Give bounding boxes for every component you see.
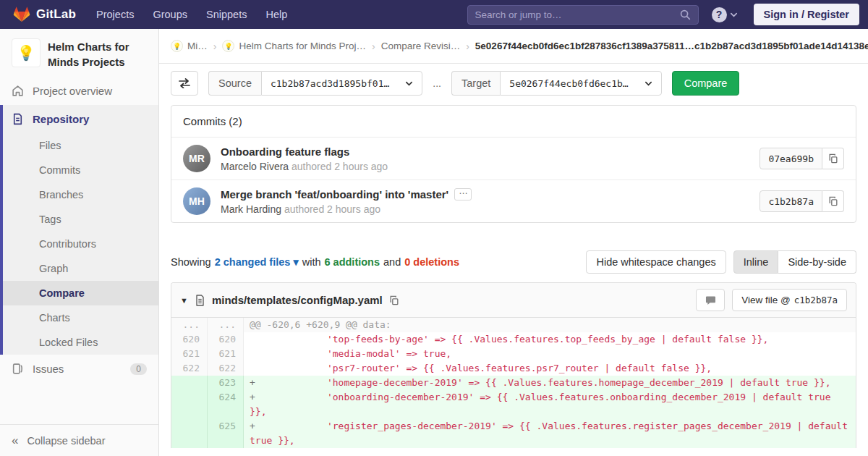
- nav-help[interactable]: Help: [265, 9, 287, 20]
- commits-panel-title: Commits (2): [171, 106, 856, 137]
- old-line-number[interactable]: [171, 419, 208, 448]
- sidebar-item-graph[interactable]: Graph: [3, 256, 158, 281]
- collapse-chevrons-icon: «: [12, 434, 18, 447]
- commit-author[interactable]: Marcelo Rivera: [221, 161, 289, 172]
- new-line-number[interactable]: 625: [208, 419, 244, 448]
- new-line-number[interactable]: 620: [208, 332, 244, 347]
- collapse-file-caret-icon[interactable]: ▼: [180, 296, 188, 305]
- view-file-button[interactable]: View file @ c1b2b87a: [732, 289, 847, 311]
- old-line-number[interactable]: [171, 390, 208, 419]
- new-line-number[interactable]: 624: [208, 390, 244, 419]
- file-path[interactable]: minds/templates/configMap.yaml: [212, 294, 383, 306]
- author-avatar[interactable]: MR: [183, 145, 210, 172]
- gitlab-logo[interactable]: GitLab: [13, 6, 76, 23]
- signin-register-button[interactable]: Sign in / Register: [754, 4, 859, 25]
- swap-arrows-icon: [179, 78, 190, 88]
- diff-view-toggle: Inline Side-by-side: [733, 250, 856, 274]
- hide-whitespace-button[interactable]: Hide whitespace changes: [586, 250, 726, 274]
- help-menu[interactable]: ?: [712, 7, 738, 22]
- file-diff-header: ▼ minds/templates/configMap.yaml: [171, 283, 856, 318]
- copy-sha-button[interactable]: [822, 148, 844, 169]
- sidebar-item-files[interactable]: Files: [3, 133, 158, 158]
- commit-sha[interactable]: c1b2b87a: [760, 190, 822, 212]
- nav-groups[interactable]: Groups: [153, 9, 187, 20]
- commit-title[interactable]: Merge branch 'feat/onboarding' into 'mas…: [221, 188, 448, 200]
- sidebar-item-charts[interactable]: Charts: [3, 305, 158, 330]
- new-line-number[interactable]: 621: [208, 347, 244, 361]
- sidebar-item-tags[interactable]: Tags: [3, 207, 158, 232]
- commit-authored-ago: authored 2 hours ago: [292, 161, 388, 172]
- collapse-sidebar-button[interactable]: « Collapse sidebar: [0, 424, 158, 456]
- gitlab-tanuki-icon: [13, 6, 30, 23]
- old-line-number[interactable]: 622: [171, 361, 208, 376]
- search-icon: [680, 9, 691, 20]
- old-line-number[interactable]: [171, 376, 208, 390]
- diff-context-row: 620 620 'top-feeds-by-age' => {{ .Values…: [171, 332, 856, 347]
- breadcrumb-project[interactable]: 💡 Helm Charts for Minds Proj…: [222, 40, 366, 52]
- chevron-down-icon: [644, 80, 652, 88]
- comment-bubble-icon: [705, 295, 716, 305]
- swap-revisions-button[interactable]: [171, 71, 198, 96]
- code-line: + 'register_pages-december-2019' => {{ .…: [244, 419, 856, 448]
- source-revision-value: c1b2b87acd3d1895bf01…: [271, 78, 389, 89]
- side-by-side-view-button[interactable]: Side-by-side: [778, 250, 856, 274]
- sidebar-item-compare[interactable]: Compare: [3, 281, 158, 305]
- commit-author[interactable]: Mark Harding: [221, 203, 281, 215]
- chevron-down-icon: [405, 80, 413, 88]
- old-line-number[interactable]: 620: [171, 332, 208, 347]
- compare-button[interactable]: Compare: [672, 71, 740, 96]
- sidebar-item-label: Repository: [33, 113, 89, 125]
- nav-snippets[interactable]: Snippets: [206, 9, 247, 20]
- search-input[interactable]: [475, 9, 680, 20]
- commit-sha-group: 07ea699b: [760, 148, 844, 169]
- new-line-number[interactable]: 623: [208, 376, 244, 390]
- chevron-down-icon: [730, 11, 738, 19]
- sidebar-item-project-overview[interactable]: Project overview: [0, 77, 158, 105]
- copy-sha-button[interactable]: [822, 190, 844, 212]
- commit-sha-group: c1b2b87a: [760, 190, 844, 212]
- nav-projects[interactable]: Projects: [96, 9, 134, 20]
- changed-files-dropdown[interactable]: 2 changed files ▾: [215, 256, 299, 268]
- commit-sha[interactable]: 07ea699b: [760, 148, 822, 169]
- target-revision-dropdown[interactable]: 5e0267f44ecb0fd6ec1b…: [500, 71, 661, 96]
- old-line-number[interactable]: 621: [171, 347, 208, 361]
- new-line-number[interactable]: 622: [208, 361, 244, 376]
- view-file-sha: c1b2b87a: [794, 295, 838, 305]
- sidebar-item-repository[interactable]: Repository: [3, 105, 158, 133]
- project-avatar: 💡: [12, 38, 41, 67]
- source-revision-dropdown[interactable]: c1b2b87acd3d1895bf01…: [261, 71, 422, 96]
- sidebar-item-commits[interactable]: Commits: [3, 158, 158, 182]
- commit-meta: Marcelo Rivera authored 2 hours ago: [221, 161, 749, 172]
- project-header[interactable]: 💡 Helm Charts for Minds Projects: [0, 29, 158, 77]
- file-diff-panel: ▼ minds/templates/configMap.yaml: [171, 282, 856, 448]
- sidebar-item-issues[interactable]: Issues 0: [0, 355, 158, 383]
- author-avatar[interactable]: MH: [183, 187, 210, 215]
- toggle-comments-button[interactable]: [696, 289, 725, 311]
- target-revision-value: 5e0267f44ecb0fd6ec1b…: [509, 78, 628, 89]
- commit-authored-ago: authored 2 hours ago: [284, 203, 380, 215]
- main-content: 💡 Mi… › 💡 Helm Charts for Minds Proj… › …: [159, 29, 868, 456]
- expand-commit-description-button[interactable]: ⋯: [454, 188, 472, 200]
- issues-count-badge: 0: [130, 363, 147, 375]
- project-title: Helm Charts for Minds Projects: [48, 38, 147, 69]
- copy-path-icon[interactable]: [389, 295, 399, 305]
- commits-panel: Commits (2) MR Onboarding feature flags …: [171, 105, 856, 223]
- sidebar-section-repository: Repository Files Commits Branches Tags C…: [0, 105, 158, 355]
- breadcrumb-compare-revisions[interactable]: Compare Revisi…: [381, 41, 461, 51]
- and-label: and: [383, 256, 401, 268]
- code-line: 'psr7-router' => {{ .Values.features.psr…: [244, 361, 856, 376]
- old-line-number[interactable]: ...: [171, 318, 208, 332]
- new-line-number[interactable]: ...: [208, 318, 244, 332]
- sidebar-item-locked-files[interactable]: Locked Files: [3, 330, 158, 355]
- breadcrumb-compare-label: Compare Revisi…: [381, 41, 461, 51]
- breadcrumb-group[interactable]: 💡 Mi…: [171, 40, 208, 52]
- inline-view-button[interactable]: Inline: [733, 250, 779, 274]
- sidebar-item-branches[interactable]: Branches: [3, 182, 158, 207]
- breadcrumb-group-label: Mi…: [187, 41, 208, 51]
- commit-title[interactable]: Onboarding feature flags: [221, 145, 349, 158]
- global-search[interactable]: [467, 5, 699, 25]
- copy-icon: [828, 196, 838, 206]
- diff-context-row: 621 621 'media-modal' => true,: [171, 347, 856, 361]
- sidebar-item-contributors[interactable]: Contributors: [3, 232, 158, 256]
- source-label: Source: [208, 71, 261, 96]
